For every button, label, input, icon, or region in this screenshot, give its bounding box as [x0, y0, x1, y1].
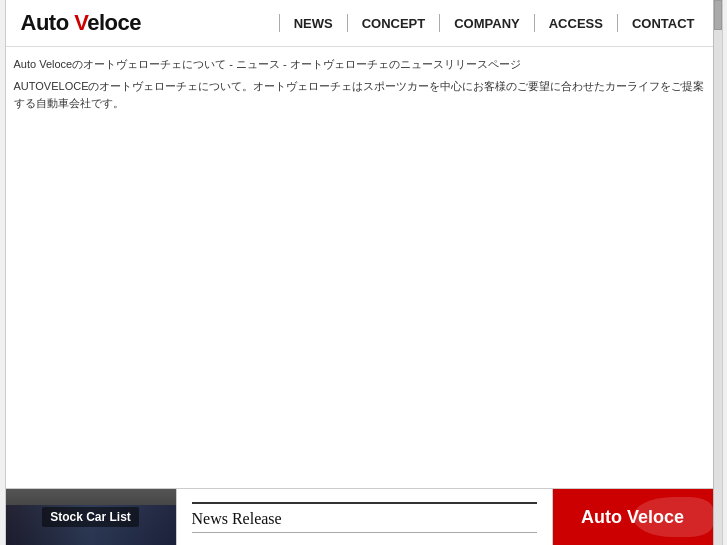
- header: Auto Veloce NEWS CONCEPT COMPANY ACCESS …: [6, 0, 722, 47]
- nav-sep-5: [617, 14, 618, 32]
- nav-contact[interactable]: CONTACT: [620, 12, 707, 35]
- nav-sep-1: [279, 14, 280, 32]
- footer-logo-v: V: [627, 507, 638, 527]
- page-description: AUTOVELOCEのオートヴェローチェについて。オートヴェローチェはスポーツカ…: [14, 78, 714, 111]
- footer-logo-auto: Auto: [581, 507, 627, 527]
- footer-news-bottom-line: [192, 532, 537, 533]
- footer-news-title: News Release: [192, 510, 537, 528]
- footer-news-top-line: [192, 502, 537, 504]
- page-wrapper: Auto Veloce NEWS CONCEPT COMPANY ACCESS …: [5, 0, 723, 545]
- nav-company[interactable]: COMPANY: [442, 12, 531, 35]
- nav: NEWS CONCEPT COMPANY ACCESS CONTACT: [277, 12, 707, 35]
- footer-stock-label: Stock Car List: [42, 507, 139, 527]
- footer-stock-car-list[interactable]: Stock Car List: [6, 489, 176, 545]
- scrollbar[interactable]: [713, 0, 722, 545]
- footer-logo[interactable]: Auto Veloce: [553, 489, 713, 545]
- breadcrumb: Auto Veloceのオートヴェローチェについて - ニュース - オートヴェ…: [14, 57, 714, 72]
- nav-concept[interactable]: CONCEPT: [350, 12, 438, 35]
- nav-sep-2: [347, 14, 348, 32]
- footer-news-section[interactable]: News Release: [176, 489, 553, 545]
- footer: Stock Car List News Release Auto Veloce: [6, 488, 713, 545]
- content-area: Auto Veloceのオートヴェローチェについて - ニュース - オートヴェ…: [6, 47, 722, 121]
- logo-auto: Auto: [21, 10, 75, 35]
- logo-eloce: eloce: [87, 10, 141, 35]
- logo-area[interactable]: Auto Veloce: [21, 10, 141, 36]
- footer-logo-eloce: eloce: [638, 507, 684, 527]
- site-logo[interactable]: Auto Veloce: [21, 10, 141, 36]
- nav-sep-3: [439, 14, 440, 32]
- scrollbar-thumb[interactable]: [714, 0, 722, 30]
- nav-sep-4: [534, 14, 535, 32]
- nav-news[interactable]: NEWS: [282, 12, 345, 35]
- nav-access[interactable]: ACCESS: [537, 12, 615, 35]
- logo-v: V: [74, 10, 87, 35]
- footer-logo-text: Auto Veloce: [581, 507, 684, 528]
